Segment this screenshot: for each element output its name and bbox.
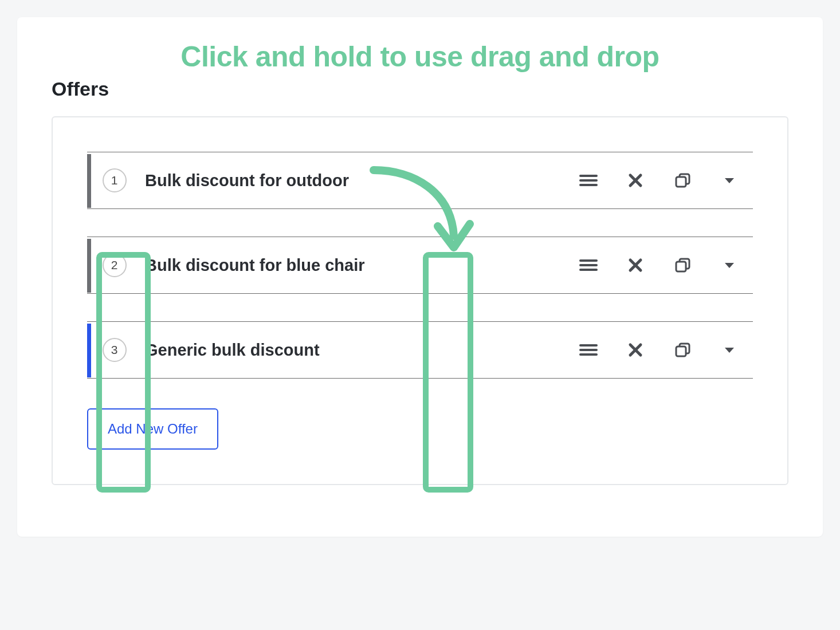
row-number-badge: 1 [103, 168, 127, 192]
duplicate-icon[interactable] [659, 237, 706, 294]
svg-rect-17 [676, 346, 686, 356]
expand-icon[interactable] [706, 237, 753, 294]
row-number-cell[interactable]: 1 [87, 168, 142, 192]
row-indicator [87, 154, 91, 208]
duplicate-icon[interactable] [659, 152, 706, 209]
row-number-cell[interactable]: 2 [87, 253, 142, 277]
row-indicator [87, 324, 91, 377]
offer-title: Generic bulk discount [142, 341, 565, 360]
row-number-badge: 3 [103, 338, 127, 362]
offer-row: 2 Bulk discount for blue chair [87, 237, 753, 294]
svg-rect-5 [676, 177, 686, 187]
duplicate-icon[interactable] [659, 321, 706, 379]
offers-panel: 1 Bulk discount for outdoor [52, 116, 788, 485]
delete-icon[interactable] [612, 152, 659, 209]
delete-icon[interactable] [612, 321, 659, 379]
section-title: Offers [52, 78, 788, 100]
expand-icon[interactable] [706, 321, 753, 379]
svg-rect-11 [676, 262, 686, 271]
offers-list: 1 Bulk discount for outdoor [87, 152, 753, 379]
drag-handle-icon[interactable] [565, 237, 612, 294]
offer-title: Bulk discount for blue chair [142, 256, 565, 275]
annotation-title: Click and hold to use drag and drop [52, 40, 788, 73]
row-number-cell[interactable]: 3 [87, 338, 142, 362]
row-actions [565, 321, 753, 379]
drag-handle-icon[interactable] [565, 152, 612, 209]
expand-icon[interactable] [706, 152, 753, 209]
offer-title: Bulk discount for outdoor [142, 171, 565, 190]
row-number-badge: 2 [103, 253, 127, 277]
delete-icon[interactable] [612, 237, 659, 294]
row-actions [565, 237, 753, 294]
add-new-offer-button[interactable]: Add New Offer [87, 408, 218, 450]
drag-handle-icon[interactable] [565, 321, 612, 379]
offers-card: Click and hold to use drag and drop Offe… [17, 17, 823, 537]
offer-row: 3 Generic bulk discount [87, 321, 753, 379]
row-indicator [87, 239, 91, 293]
row-actions [565, 152, 753, 209]
offer-row: 1 Bulk discount for outdoor [87, 152, 753, 209]
